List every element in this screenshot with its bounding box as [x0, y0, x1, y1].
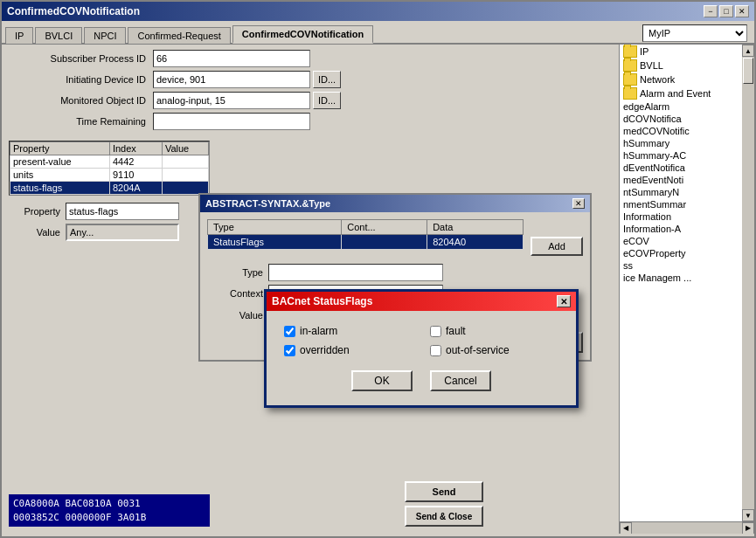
value-label: Value [9, 227, 66, 238]
tree-item-4[interactable]: edgeAlarm [620, 100, 742, 113]
tree-item-label: edgeAlarm [623, 101, 669, 112]
close-button[interactable]: ✕ [735, 5, 749, 17]
time-remaining-input[interactable] [153, 113, 310, 130]
tree-item-label: dEventNotifica [623, 162, 685, 173]
initiating-device-label: Initiating Device ID [9, 74, 153, 85]
folder-icon [623, 45, 637, 58]
h-scroll-track[interactable] [632, 522, 742, 535]
hex-line2: 0003852C 0000000F 3A01B [13, 511, 205, 524]
send-button[interactable]: Send [405, 481, 483, 502]
bacnet-dialog-title: BACnet StatusFlags [272, 295, 372, 307]
tree-item-label: eCOV [623, 236, 649, 246]
tree-item-label: BVLL [640, 60, 663, 71]
tree-item-bvll[interactable]: BVLL [620, 59, 742, 72]
tree-item-ip[interactable]: IP [620, 45, 742, 59]
fault-label: fault [446, 325, 466, 337]
hex-line1: C0A8000A BAC0810A 0031 [13, 497, 205, 510]
tree-container: IP BVLL Network Alarm and Event edgeAlar… [620, 45, 742, 284]
tree-item-label: medCOVNotific [623, 126, 690, 136]
tree-item-10[interactable]: medEventNoti [620, 174, 742, 186]
out-of-service-label: out-of-service [446, 344, 510, 356]
tab-npci[interactable]: NPCI [84, 27, 126, 44]
tree-item-alarm-event[interactable]: Alarm and Event [620, 86, 742, 100]
abstract-type-input[interactable] [268, 264, 443, 281]
table-row-selected[interactable]: status-flags 8204A [10, 182, 209, 195]
tree-item-7[interactable]: hSummary [620, 137, 742, 149]
initiating-device-row: Initiating Device ID ID... [9, 71, 612, 88]
tree-item-11[interactable]: ntSummaryN [620, 186, 742, 198]
tree-item-label: hSummary [623, 138, 669, 148]
horizontal-scrollbar[interactable]: ◀ ▶ [620, 521, 754, 534]
tab-ip[interactable]: IP [5, 27, 33, 44]
tab-confirmed-cov[interactable]: ConfirmedCOVNotification [232, 25, 373, 44]
scroll-left-arrow[interactable]: ◀ [620, 522, 632, 535]
abstract-type-label: Type [207, 267, 268, 278]
tab-confirmed-request[interactable]: Confirmed-Request [128, 27, 230, 44]
abstract-table-row[interactable]: StatusFlags 8204A0 [208, 235, 524, 250]
in-alarm-checkbox[interactable] [284, 326, 295, 337]
bacnet-cancel-button[interactable]: Cancel [430, 370, 491, 391]
tree-item-5[interactable]: dCOVNotifica [620, 113, 742, 125]
tree-item-13[interactable]: Information [620, 210, 742, 223]
bacnet-ok-button[interactable]: OK [351, 370, 413, 391]
folder-icon [623, 87, 637, 100]
initiating-device-input[interactable] [153, 71, 310, 88]
tree-item-9[interactable]: dEventNotifica [620, 162, 742, 174]
tree-item-label: hSummary-AC [623, 150, 686, 161]
bacnet-close-button[interactable]: ✕ [557, 295, 571, 307]
monitored-object-id-button[interactable]: ID... [313, 92, 341, 109]
out-of-service-checkbox[interactable] [430, 345, 441, 356]
subscriber-process-input[interactable] [153, 50, 310, 67]
abstract-dialog-title: ABSTRACT-SYNTAX.&Type [205, 198, 330, 209]
main-window: ConfirmedCOVNotification − □ ✕ IP BVLCI … [0, 0, 756, 538]
scroll-track[interactable] [742, 57, 754, 509]
initiating-device-id-button[interactable]: ID... [313, 71, 341, 88]
add-button[interactable]: Add [531, 237, 583, 256]
overridden-checkbox[interactable] [284, 345, 295, 356]
tab-bvlci[interactable]: BVLCI [35, 27, 82, 44]
hex-display: C0A8000A BAC0810A 0031 0003852C 0000000F… [9, 494, 210, 527]
tree-item-label: Alarm and Event [640, 88, 711, 99]
tree-item-18[interactable]: ice Managem ... [620, 272, 742, 284]
tree-item-16[interactable]: eCOVProperty [620, 247, 742, 259]
tree-item-12[interactable]: nmentSummar [620, 198, 742, 210]
maximize-button[interactable]: □ [719, 5, 733, 17]
tree-item-14[interactable]: Information-A [620, 223, 742, 235]
fault-checkbox[interactable] [430, 326, 441, 337]
checkbox-fault: fault [430, 325, 558, 337]
tree-item-network[interactable]: Network [620, 72, 742, 86]
abstract-dialog-close-button[interactable]: ✕ [572, 198, 585, 209]
scroll-down-arrow[interactable]: ▼ [742, 509, 754, 521]
monitored-object-input[interactable] [153, 92, 310, 109]
send-close-button[interactable]: Send & Close [405, 506, 483, 527]
bacnet-dialog-content: in-alarm fault overridden out-of-service [267, 311, 576, 405]
tree-item-17[interactable]: ss [620, 259, 742, 272]
monitored-object-row: Monitored Object ID ID... [9, 92, 612, 109]
tree-item-8[interactable]: hSummary-AC [620, 149, 742, 162]
tree-item-label: dCOVNotifica [623, 114, 682, 124]
table-row[interactable]: present-value 4442 [10, 155, 209, 169]
checkbox-grid: in-alarm fault overridden out-of-service [284, 325, 558, 356]
tree-item-6[interactable]: medCOVNotific [620, 125, 742, 137]
abstract-dialog-title-bar: ABSTRACT-SYNTAX.&Type ✕ [200, 195, 590, 212]
minimize-button[interactable]: − [704, 5, 718, 17]
tree-item-label: Network [640, 74, 675, 85]
abstract-type-row: Type [207, 264, 583, 281]
scroll-right-arrow[interactable]: ▶ [742, 522, 754, 535]
bacnet-statusflags-dialog: BACnet StatusFlags ✕ in-alarm fault ove [264, 289, 579, 408]
myip-dropdown[interactable]: MyIP [642, 24, 747, 42]
abstract-col-context: Cont... [342, 220, 427, 235]
tree-item-label: ice Managem ... [623, 272, 691, 283]
tree-item-label: medEventNoti [623, 175, 683, 185]
tree-item-label: Information-A [623, 224, 681, 234]
right-panel: ▲ ▼ IP BVLL Network [619, 45, 754, 534]
window-title: ConfirmedCOVNotification [7, 5, 140, 17]
tree-item-15[interactable]: eCOV [620, 235, 742, 247]
property-input[interactable] [66, 203, 179, 220]
table-row[interactable]: units 9110 [10, 169, 209, 182]
scroll-up-arrow[interactable]: ▲ [742, 45, 754, 57]
vertical-scrollbar[interactable]: ▲ ▼ [742, 45, 754, 521]
value-any-button[interactable]: Any... [66, 224, 179, 241]
title-bar: ConfirmedCOVNotification − □ ✕ [2, 2, 754, 21]
scroll-thumb[interactable] [743, 58, 753, 84]
